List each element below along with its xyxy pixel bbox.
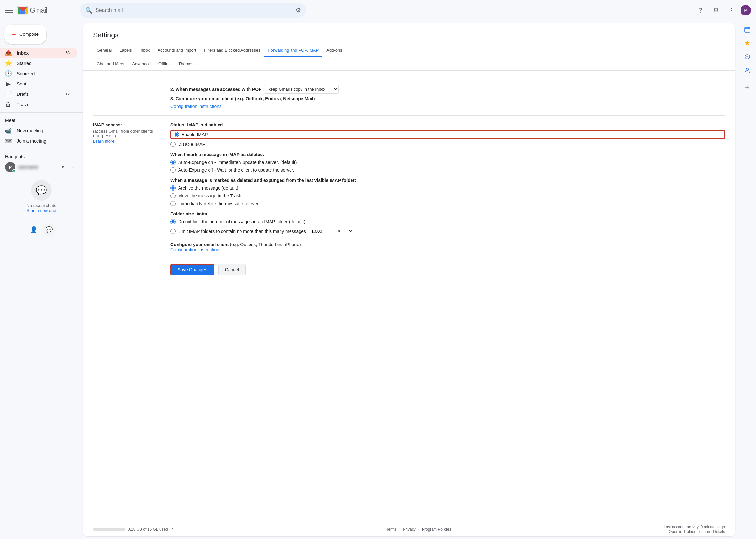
archive-option[interactable]: Archive the message (default) bbox=[170, 186, 725, 191]
settings-button[interactable]: ⚙ bbox=[709, 4, 722, 17]
move-trash-radio[interactable] bbox=[170, 193, 176, 198]
tab-themes[interactable]: Themes bbox=[174, 58, 197, 70]
disable-imap-radio[interactable] bbox=[170, 142, 176, 147]
pop-row-2: 2. When messages are accessed with POP k… bbox=[170, 85, 725, 94]
expunge-on-option[interactable]: Auto-Expunge on - Immediately update the… bbox=[170, 160, 725, 165]
no-limit-radio[interactable] bbox=[170, 219, 176, 224]
topbar: Gmail 🔍 ⚙ ? ⚙ ⋮⋮⋮ P bbox=[0, 0, 756, 21]
privacy-link[interactable]: Privacy bbox=[403, 527, 416, 532]
enable-imap-option[interactable]: Enable IMAP bbox=[170, 130, 725, 139]
expunge-off-option[interactable]: Auto-Expunge off - Wait for the client t… bbox=[170, 167, 725, 173]
expunge-on-radio[interactable] bbox=[170, 160, 176, 165]
delete-forever-radio[interactable] bbox=[170, 201, 176, 206]
learn-more-link[interactable]: Learn more bbox=[93, 139, 114, 143]
deleted-radio-group: Archive the message (default) Move the m… bbox=[170, 186, 725, 206]
right-side-icons: + bbox=[738, 21, 756, 539]
disable-imap-option[interactable]: Disable IMAP bbox=[170, 142, 725, 147]
sidebar-item-inbox[interactable]: 📥 Inbox 68 bbox=[0, 48, 77, 58]
hangout-user[interactable]: P username ▾ + bbox=[5, 162, 77, 172]
tab-labels[interactable]: Labels bbox=[116, 44, 136, 57]
deleted-section: When a message is marked as deleted and … bbox=[170, 178, 725, 206]
sidebar-item-trash[interactable]: 🗑 Trash bbox=[0, 99, 77, 110]
search-icon: 🔍 bbox=[85, 7, 92, 14]
move-trash-option[interactable]: Move the message to the Trash bbox=[170, 193, 725, 198]
details-link[interactable]: Details bbox=[713, 529, 725, 534]
sidebar-item-sent[interactable]: ▶ Sent bbox=[0, 79, 77, 89]
compose-button[interactable]: + Compose bbox=[4, 25, 47, 44]
imap-radio-group: Enable IMAP Disable IMAP bbox=[170, 130, 725, 147]
start-new-link[interactable]: Start a new one bbox=[27, 208, 56, 213]
hangout-dropdown-icon[interactable]: ▾ bbox=[58, 163, 67, 172]
apps-button[interactable]: ⋮⋮⋮ bbox=[725, 4, 738, 17]
cancel-button[interactable]: Cancel bbox=[218, 264, 246, 275]
avatar[interactable]: P bbox=[740, 5, 751, 16]
terms-link[interactable]: Terms bbox=[386, 527, 397, 532]
svg-rect-1 bbox=[745, 28, 750, 32]
inbox-count: 68 bbox=[65, 51, 70, 55]
no-limit-option[interactable]: Do not limit the number of messages in a… bbox=[170, 219, 725, 224]
limit-value-input[interactable] bbox=[309, 227, 331, 235]
sidebar-item-snoozed[interactable]: 🕐 Snoozed bbox=[0, 68, 77, 79]
imap-label-sub: (access Gmail from other clients using I… bbox=[93, 129, 157, 138]
svg-rect-4 bbox=[748, 27, 749, 28]
sidebar-item-join-meeting[interactable]: ⌨ Join a meeting bbox=[0, 136, 77, 146]
limit-unit-select[interactable]: ▾ bbox=[334, 227, 353, 235]
add-side-icon[interactable]: + bbox=[741, 81, 754, 94]
limit-radio[interactable] bbox=[170, 229, 176, 234]
tab-advanced[interactable]: Advanced bbox=[128, 58, 155, 70]
inbox-label: Inbox bbox=[17, 50, 60, 55]
tab-forwarding[interactable]: Forwarding and POP/IMAP bbox=[264, 44, 323, 57]
expunge-section: When I mark a message in IMAP as deleted… bbox=[170, 152, 725, 173]
expunge-off-radio[interactable] bbox=[170, 167, 176, 173]
menu-button[interactable] bbox=[5, 6, 13, 14]
tab-inbox[interactable]: Inbox bbox=[136, 44, 154, 57]
no-limit-label: Do not limit the number of messages in a… bbox=[178, 219, 305, 224]
client-config-link[interactable]: Configuration instructions bbox=[170, 247, 222, 252]
search-options-icon[interactable]: ⚙ bbox=[296, 7, 301, 14]
tab-general[interactable]: General bbox=[93, 44, 116, 57]
storage-fill bbox=[93, 528, 93, 531]
tab-addons[interactable]: Add-ons bbox=[323, 44, 346, 57]
contacts-footer-icon[interactable]: 👤 bbox=[27, 223, 40, 236]
sidebar-item-new-meeting[interactable]: 📹 New meeting bbox=[0, 125, 77, 136]
imap-label: IMAP access: (access Gmail from other cl… bbox=[93, 122, 157, 279]
svg-point-6 bbox=[746, 68, 748, 71]
pop-config-link[interactable]: Configuration instructions bbox=[170, 104, 222, 109]
content-area: Settings General Labels Inbox Accounts a… bbox=[83, 23, 735, 536]
calendar-side-icon[interactable] bbox=[741, 23, 754, 36]
archive-radio[interactable] bbox=[170, 186, 176, 191]
keep-icon-svg bbox=[744, 40, 750, 46]
gmail-logo: Gmail bbox=[17, 5, 47, 16]
save-changes-button[interactable]: Save Changes bbox=[170, 264, 214, 275]
help-button[interactable]: ? bbox=[694, 4, 707, 17]
search-input[interactable] bbox=[96, 7, 290, 13]
pop-when-accessed-select[interactable]: keep Gmail's copy in the Inbox bbox=[264, 85, 338, 94]
meet-section-title: Meet bbox=[0, 115, 83, 125]
delete-forever-option[interactable]: Immediately delete the message forever bbox=[170, 201, 725, 206]
program-link[interactable]: Program Policies bbox=[422, 527, 451, 532]
sidebar-item-drafts[interactable]: 📄 Drafts 12 bbox=[0, 89, 77, 99]
pop-number-2: 2. When messages are accessed with POP bbox=[170, 87, 261, 92]
external-link-icon[interactable]: ↗ bbox=[170, 527, 174, 532]
hangout-footer-icon[interactable]: 💬 bbox=[43, 223, 55, 236]
limit-option[interactable]: Limit IMAP folders to contain no more th… bbox=[170, 227, 725, 235]
tab-filters[interactable]: Filters and Blocked Addresses bbox=[200, 44, 264, 57]
enable-imap-radio[interactable] bbox=[174, 132, 179, 137]
pop-row-3: 3. Configure your email client (e.g. Out… bbox=[170, 96, 725, 101]
tab-chat[interactable]: Chat and Meet bbox=[93, 58, 128, 70]
footer-links: Terms · Privacy · Program Policies bbox=[386, 527, 451, 532]
keep-side-icon[interactable] bbox=[741, 37, 754, 50]
sidebar-item-starred[interactable]: ⭐ Starred bbox=[0, 58, 77, 68]
pop-number-3: 3. Configure your email client (e.g. Out… bbox=[170, 96, 315, 101]
snoozed-icon: 🕐 bbox=[5, 70, 12, 77]
compose-label: Compose bbox=[19, 32, 39, 37]
topbar-right: ? ⚙ ⋮⋮⋮ P bbox=[694, 4, 751, 17]
contacts-side-icon[interactable] bbox=[741, 64, 754, 77]
tab-accounts[interactable]: Accounts and Import bbox=[154, 44, 200, 57]
tab-offline[interactable]: Offline bbox=[155, 58, 174, 70]
folder-heading: Folder size limits bbox=[170, 211, 725, 216]
tasks-side-icon[interactable] bbox=[741, 50, 754, 63]
search-bar[interactable]: 🔍 ⚙ bbox=[80, 3, 306, 18]
limit-label: Limit IMAP folders to contain no more th… bbox=[178, 229, 306, 234]
hangout-add-icon[interactable]: + bbox=[68, 163, 77, 172]
